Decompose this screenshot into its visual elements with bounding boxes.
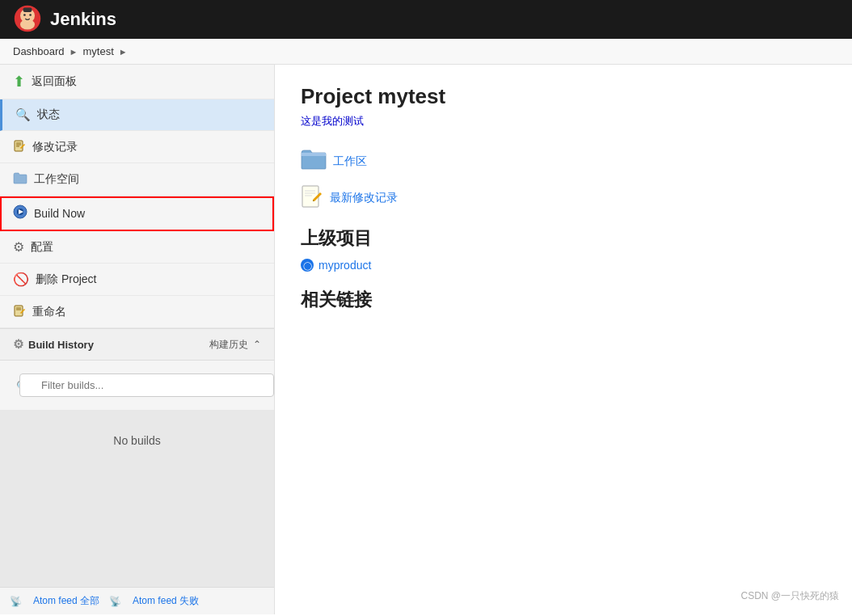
project-description: 这是我的测试 — [301, 114, 826, 129]
sidebar-item-delete[interactable]: 🚫 删除 Project — [0, 264, 274, 296]
svg-rect-5 — [23, 7, 32, 11]
build-history-header: ⚙ Build History 构建历史 ⌃ — [0, 328, 274, 361]
app-header: Jenkins — [0, 0, 852, 39]
folder-icon — [13, 171, 27, 188]
no-builds-text: No builds — [113, 434, 160, 447]
build-history-title-area: ⚙ Build History — [13, 337, 94, 352]
atom-feed-all-link[interactable]: Atom feed 全部 — [33, 594, 99, 608]
change-doc-icon — [301, 185, 323, 210]
related-links-section: 相关链接 — [301, 288, 826, 312]
no-builds-area: No builds — [0, 410, 274, 587]
gear-icon: ⚙ — [13, 239, 24, 255]
rename-icon — [13, 304, 26, 319]
atom-feed: 📡 Atom feed 全部 📡 Atom feed 失败 — [0, 587, 274, 614]
filter-wrapper: 🔍 — [10, 367, 264, 403]
sidebar-label-rename: 重命名 — [32, 305, 66, 319]
breadcrumb-separator-2: ► — [119, 47, 128, 57]
sidebar: ⬆ 返回面板 🔍 状态 修改记录 — [0, 65, 275, 614]
build-now-icon — [13, 205, 27, 222]
parent-project-link[interactable]: ◯ myproduct — [301, 259, 371, 272]
build-history-right: 构建历史 ⌃ — [209, 338, 261, 352]
edit-icon — [13, 139, 26, 154]
jenkins-logo — [13, 4, 42, 36]
sidebar-item-changelog[interactable]: 修改记录 — [0, 131, 274, 163]
svg-point-4 — [29, 14, 32, 16]
sidebar-label-status: 状态 — [37, 108, 60, 122]
rss-icon-2: 📡 — [109, 596, 121, 607]
sidebar-item-back[interactable]: ⬆ 返回面板 — [0, 65, 274, 99]
sidebar-nav: ⬆ 返回面板 🔍 状态 修改记录 — [0, 65, 274, 328]
rss-icon-1: 📡 — [10, 596, 22, 607]
atom-feed-fail-link[interactable]: Atom feed 失败 — [133, 594, 199, 608]
filter-builds-input[interactable] — [19, 373, 274, 397]
search-icon: 🔍 — [15, 108, 31, 122]
sidebar-label-back: 返回面板 — [32, 74, 77, 89]
related-links-title: 相关链接 — [301, 288, 826, 312]
svg-rect-14 — [15, 306, 23, 316]
sidebar-item-build-now[interactable]: Build Now — [0, 196, 274, 231]
sidebar-item-workspace[interactable]: 工作空间 — [0, 163, 274, 196]
svg-point-3 — [23, 14, 26, 16]
sidebar-label-workspace: 工作空间 — [34, 172, 79, 187]
main-layout: ⬆ 返回面板 🔍 状态 修改记录 — [0, 65, 852, 614]
sidebar-label-config: 配置 — [31, 240, 53, 255]
latest-change-link[interactable]: 最新修改记录 — [330, 191, 398, 205]
parent-section-title: 上级项目 — [301, 226, 826, 251]
breadcrumb-separator-1: ► — [70, 47, 78, 57]
parent-section: 上级项目 ◯ myproduct — [301, 226, 826, 272]
workspace-section: 工作区 最新修改记录 — [301, 148, 826, 210]
build-history-title: Build History — [28, 339, 94, 351]
sidebar-item-rename[interactable]: 重命名 — [0, 296, 274, 328]
arrow-up-icon: ⬆ — [13, 73, 25, 91]
sidebar-label-build-now: Build Now — [34, 207, 85, 220]
svg-point-2 — [20, 19, 35, 29]
breadcrumb-dashboard[interactable]: Dashboard — [13, 45, 65, 57]
latest-change-row: 最新修改记录 — [301, 185, 826, 210]
breadcrumb: Dashboard ► mytest ► — [0, 39, 852, 65]
delete-icon: 🚫 — [13, 272, 29, 287]
build-history-gear-icon: ⚙ — [13, 337, 23, 352]
sidebar-label-delete: 删除 Project — [36, 272, 96, 287]
build-history-subtitle: 构建历史 — [209, 338, 248, 352]
app-title: Jenkins — [50, 9, 116, 30]
workspace-folder-icon — [301, 148, 327, 175]
sidebar-label-changelog: 修改记录 — [32, 140, 78, 154]
sidebar-item-config[interactable]: ⚙ 配置 — [0, 231, 274, 264]
workspace-link[interactable]: 工作区 — [333, 154, 367, 169]
breadcrumb-mytest[interactable]: mytest — [83, 45, 114, 57]
chevron-up-icon: ⌃ — [253, 339, 261, 350]
project-title: Project mytest — [301, 84, 826, 109]
myproduct-circle-icon: ◯ — [301, 259, 314, 272]
parent-project-row: ◯ myproduct — [301, 259, 826, 272]
sidebar-item-status[interactable]: 🔍 状态 — [0, 99, 274, 131]
watermark: CSDN @一只快死的猿 — [740, 589, 839, 603]
parent-project-name: myproduct — [318, 259, 371, 272]
workspace-link-row: 工作区 — [301, 148, 826, 175]
main-content: Project mytest 这是我的测试 工作区 — [275, 65, 852, 614]
